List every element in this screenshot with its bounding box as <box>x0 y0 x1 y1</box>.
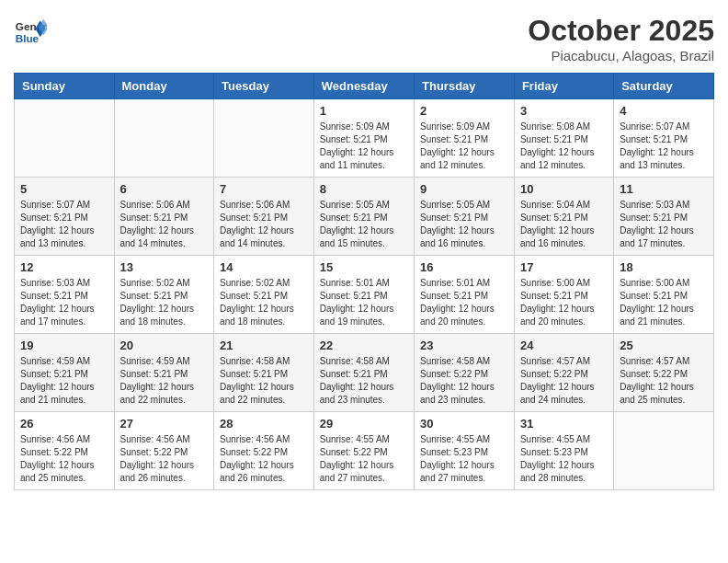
day-number: 11 <box>620 182 708 196</box>
calendar-day-21: 21Sunrise: 4:58 AM Sunset: 5:21 PM Dayli… <box>214 334 314 412</box>
day-number: 31 <box>520 417 608 431</box>
day-info: Sunrise: 4:57 AM Sunset: 5:22 PM Dayligh… <box>620 355 708 407</box>
calendar-day-11: 11Sunrise: 5:03 AM Sunset: 5:21 PM Dayli… <box>614 178 714 256</box>
day-number: 29 <box>320 417 408 431</box>
day-info: Sunrise: 5:02 AM Sunset: 5:21 PM Dayligh… <box>120 277 209 328</box>
day-info: Sunrise: 5:05 AM Sunset: 5:21 PM Dayligh… <box>420 199 508 250</box>
day-number: 26 <box>20 417 108 431</box>
weekday-header-monday: Monday <box>114 74 214 99</box>
location: Piacabucu, Alagoas, Brazil <box>528 48 714 63</box>
day-number: 14 <box>220 260 308 274</box>
weekday-header-wednesday: Wednesday <box>313 74 414 99</box>
title-section: October 2025 Piacabucu, Alagoas, Brazil <box>528 14 714 63</box>
day-number: 25 <box>620 339 708 352</box>
day-info: Sunrise: 5:06 AM Sunset: 5:21 PM Dayligh… <box>120 199 209 250</box>
calendar-week-row: 1Sunrise: 5:09 AM Sunset: 5:21 PM Daylig… <box>15 99 714 178</box>
calendar-day-5: 5Sunrise: 5:07 AM Sunset: 5:21 PM Daylig… <box>15 178 115 256</box>
day-number: 9 <box>420 182 508 196</box>
day-number: 23 <box>420 339 508 352</box>
day-number: 22 <box>320 339 408 352</box>
day-number: 16 <box>420 260 508 274</box>
day-number: 4 <box>620 104 708 118</box>
day-info: Sunrise: 5:01 AM Sunset: 5:21 PM Dayligh… <box>320 277 408 328</box>
day-info: Sunrise: 5:05 AM Sunset: 5:21 PM Dayligh… <box>320 199 408 250</box>
day-info: Sunrise: 5:06 AM Sunset: 5:21 PM Dayligh… <box>220 199 308 250</box>
calendar-week-row: 19Sunrise: 4:59 AM Sunset: 5:21 PM Dayli… <box>15 334 714 412</box>
day-info: Sunrise: 5:02 AM Sunset: 5:21 PM Dayligh… <box>220 277 308 328</box>
calendar-day-30: 30Sunrise: 4:55 AM Sunset: 5:23 PM Dayli… <box>415 412 515 490</box>
day-number: 3 <box>520 104 608 118</box>
day-info: Sunrise: 4:58 AM Sunset: 5:21 PM Dayligh… <box>320 355 408 407</box>
calendar-week-row: 12Sunrise: 5:03 AM Sunset: 5:21 PM Dayli… <box>15 256 714 334</box>
month-title: October 2025 <box>528 14 714 48</box>
calendar-day-19: 19Sunrise: 4:59 AM Sunset: 5:21 PM Dayli… <box>15 334 115 412</box>
day-info: Sunrise: 4:58 AM Sunset: 5:22 PM Dayligh… <box>420 355 508 407</box>
calendar-day-18: 18Sunrise: 5:00 AM Sunset: 5:21 PM Dayli… <box>614 256 714 334</box>
day-info: Sunrise: 5:09 AM Sunset: 5:21 PM Dayligh… <box>320 121 408 172</box>
day-number: 17 <box>520 260 608 274</box>
calendar-day-3: 3Sunrise: 5:08 AM Sunset: 5:21 PM Daylig… <box>514 99 613 178</box>
day-info: Sunrise: 4:56 AM Sunset: 5:22 PM Dayligh… <box>220 433 308 485</box>
calendar-day-31: 31Sunrise: 4:55 AM Sunset: 5:23 PM Dayli… <box>514 412 613 490</box>
logo-icon: General Blue <box>14 14 47 47</box>
day-info: Sunrise: 4:56 AM Sunset: 5:22 PM Dayligh… <box>20 433 108 485</box>
calendar-day-empty <box>15 99 115 178</box>
weekday-header-tuesday: Tuesday <box>214 74 314 99</box>
calendar-day-12: 12Sunrise: 5:03 AM Sunset: 5:21 PM Dayli… <box>15 256 115 334</box>
day-info: Sunrise: 4:55 AM Sunset: 5:23 PM Dayligh… <box>420 433 508 485</box>
calendar-week-row: 26Sunrise: 4:56 AM Sunset: 5:22 PM Dayli… <box>15 412 714 490</box>
calendar-day-17: 17Sunrise: 5:00 AM Sunset: 5:21 PM Dayli… <box>514 256 613 334</box>
calendar-day-2: 2Sunrise: 5:09 AM Sunset: 5:21 PM Daylig… <box>415 99 515 178</box>
day-info: Sunrise: 4:59 AM Sunset: 5:21 PM Dayligh… <box>20 355 108 407</box>
day-number: 24 <box>520 339 608 352</box>
calendar-day-empty <box>214 99 314 178</box>
day-info: Sunrise: 5:00 AM Sunset: 5:21 PM Dayligh… <box>520 277 608 328</box>
weekday-header-saturday: Saturday <box>614 74 714 99</box>
day-number: 10 <box>520 182 608 196</box>
calendar-day-13: 13Sunrise: 5:02 AM Sunset: 5:21 PM Dayli… <box>114 256 214 334</box>
day-number: 5 <box>20 182 108 196</box>
svg-text:Blue: Blue <box>16 32 40 44</box>
day-info: Sunrise: 4:58 AM Sunset: 5:21 PM Dayligh… <box>220 355 308 407</box>
calendar-day-6: 6Sunrise: 5:06 AM Sunset: 5:21 PM Daylig… <box>114 178 214 256</box>
day-number: 7 <box>220 182 308 196</box>
weekday-header-friday: Friday <box>514 74 613 99</box>
calendar-day-8: 8Sunrise: 5:05 AM Sunset: 5:21 PM Daylig… <box>313 178 414 256</box>
calendar-day-28: 28Sunrise: 4:56 AM Sunset: 5:22 PM Dayli… <box>214 412 314 490</box>
weekday-header-row: SundayMondayTuesdayWednesdayThursdayFrid… <box>15 74 714 99</box>
page-header: General Blue October 2025 Piacabucu, Ala… <box>14 14 714 63</box>
day-info: Sunrise: 4:55 AM Sunset: 5:22 PM Dayligh… <box>320 433 408 485</box>
day-number: 6 <box>120 182 209 196</box>
calendar-day-16: 16Sunrise: 5:01 AM Sunset: 5:21 PM Dayli… <box>415 256 515 334</box>
day-info: Sunrise: 5:01 AM Sunset: 5:21 PM Dayligh… <box>420 277 508 328</box>
calendar-day-4: 4Sunrise: 5:07 AM Sunset: 5:21 PM Daylig… <box>614 99 714 178</box>
calendar-day-25: 25Sunrise: 4:57 AM Sunset: 5:22 PM Dayli… <box>614 334 714 412</box>
day-info: Sunrise: 5:07 AM Sunset: 5:21 PM Dayligh… <box>620 121 708 172</box>
day-number: 19 <box>20 339 108 352</box>
calendar-day-22: 22Sunrise: 4:58 AM Sunset: 5:21 PM Dayli… <box>313 334 414 412</box>
calendar-day-20: 20Sunrise: 4:59 AM Sunset: 5:21 PM Dayli… <box>114 334 214 412</box>
day-number: 21 <box>220 339 308 352</box>
calendar-day-29: 29Sunrise: 4:55 AM Sunset: 5:22 PM Dayli… <box>313 412 414 490</box>
day-number: 2 <box>420 104 508 118</box>
day-info: Sunrise: 4:57 AM Sunset: 5:22 PM Dayligh… <box>520 355 608 407</box>
calendar-day-10: 10Sunrise: 5:04 AM Sunset: 5:21 PM Dayli… <box>514 178 613 256</box>
calendar-day-23: 23Sunrise: 4:58 AM Sunset: 5:22 PM Dayli… <box>415 334 515 412</box>
day-info: Sunrise: 5:03 AM Sunset: 5:21 PM Dayligh… <box>620 199 708 250</box>
day-info: Sunrise: 5:03 AM Sunset: 5:21 PM Dayligh… <box>20 277 108 328</box>
calendar-day-14: 14Sunrise: 5:02 AM Sunset: 5:21 PM Dayli… <box>214 256 314 334</box>
day-info: Sunrise: 5:07 AM Sunset: 5:21 PM Dayligh… <box>20 199 108 250</box>
day-info: Sunrise: 4:59 AM Sunset: 5:21 PM Dayligh… <box>120 355 209 407</box>
day-number: 20 <box>120 339 209 352</box>
day-number: 30 <box>420 417 508 431</box>
day-info: Sunrise: 5:08 AM Sunset: 5:21 PM Dayligh… <box>520 121 608 172</box>
day-number: 12 <box>20 260 108 274</box>
day-number: 1 <box>320 104 408 118</box>
calendar-day-empty <box>614 412 714 490</box>
day-number: 27 <box>120 417 209 431</box>
calendar-day-24: 24Sunrise: 4:57 AM Sunset: 5:22 PM Dayli… <box>514 334 613 412</box>
day-info: Sunrise: 5:09 AM Sunset: 5:21 PM Dayligh… <box>420 121 508 172</box>
day-info: Sunrise: 4:55 AM Sunset: 5:23 PM Dayligh… <box>520 433 608 485</box>
day-number: 13 <box>120 260 209 274</box>
calendar-day-26: 26Sunrise: 4:56 AM Sunset: 5:22 PM Dayli… <box>15 412 115 490</box>
